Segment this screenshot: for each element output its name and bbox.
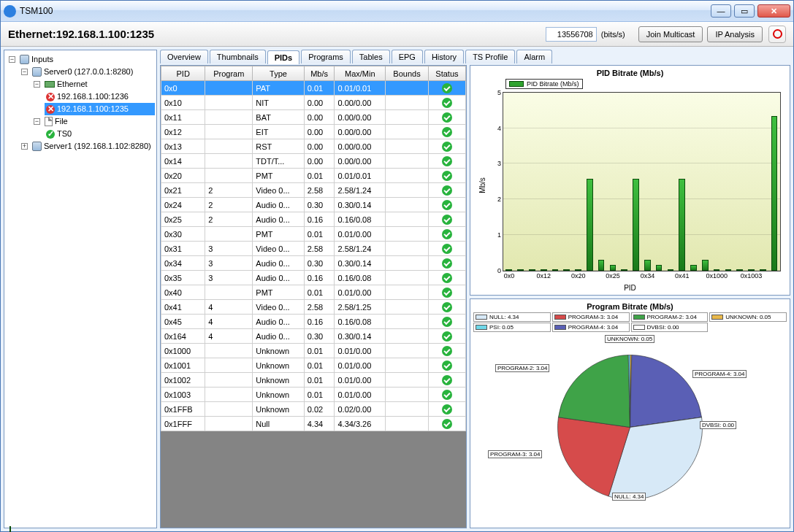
table-row[interactable]: 0x20PMT0.010.01/0.01 bbox=[161, 169, 466, 183]
table-row[interactable]: 0x343Audio 0...0.300.30/0.14 bbox=[161, 256, 466, 271]
table-row[interactable]: 0x1644Audio 0...0.300.30/0.14 bbox=[161, 329, 466, 344]
tree-server1[interactable]: +Server1 (192.168.1.102:8280) bbox=[20, 140, 155, 153]
table-row[interactable]: 0x30PMT0.010.01/0.00 bbox=[161, 227, 466, 242]
tab-alarm[interactable]: Alarm bbox=[516, 50, 552, 63]
cell-mm: 0.30/0.14 bbox=[335, 256, 386, 271]
minimize-button[interactable]: — bbox=[711, 4, 731, 18]
titlebar[interactable]: TSM100 — ▭ ✕ bbox=[1, 1, 793, 22]
tab-epg[interactable]: EPG bbox=[392, 50, 423, 63]
table-row[interactable]: 0x212Video 0...2.582.58/1.24 bbox=[161, 183, 466, 198]
bar bbox=[505, 269, 512, 271]
cell-mbs: 2.58 bbox=[304, 183, 335, 198]
table-row[interactable]: 0x1002Unknown0.010.01/0.00 bbox=[161, 373, 466, 388]
column-header[interactable]: Mb/s bbox=[304, 66, 335, 81]
ip-analysis-button[interactable]: IP Analysis bbox=[707, 26, 763, 42]
table-row[interactable]: 0x353Audio 0...0.160.16/0.08 bbox=[161, 271, 466, 285]
pid-table[interactable]: PIDProgramTypeMb/sMax/MinBoundsStatus 0x… bbox=[161, 66, 466, 431]
table-row[interactable]: 0x1FFBUnknown0.020.02/0.00 bbox=[161, 402, 466, 417]
tab-overview[interactable]: Overview bbox=[160, 50, 208, 63]
status-ok-icon bbox=[442, 361, 452, 371]
record-button[interactable] bbox=[768, 26, 786, 43]
table-row[interactable]: 0x454Audio 0...0.160.16/0.08 bbox=[161, 315, 466, 329]
tree-ts0[interactable]: ✓TS0 bbox=[45, 128, 155, 140]
tab-ts-profile[interactable]: TS Profile bbox=[465, 50, 515, 63]
tree-ethernet[interactable]: −Ethernet bbox=[32, 78, 155, 90]
collapse-icon[interactable]: − bbox=[34, 118, 40, 125]
bar bbox=[771, 116, 778, 270]
bar bbox=[702, 260, 709, 271]
table-row[interactable]: 0x242Audio 0...0.300.30/0.14 bbox=[161, 198, 466, 212]
join-multicast-button[interactable]: Join Multicast bbox=[638, 26, 703, 42]
status-ok-icon bbox=[442, 127, 452, 137]
maximize-button[interactable]: ▭ bbox=[734, 4, 755, 18]
tree-root[interactable]: −Inputs bbox=[7, 53, 155, 66]
table-row[interactable]: 0x11BAT0.000.00/0.00 bbox=[161, 110, 466, 125]
cell-type: RST bbox=[253, 139, 304, 154]
tree-server0[interactable]: −Server0 (127.0.0.1:8280) bbox=[20, 66, 155, 78]
cell-type: PMT bbox=[253, 285, 304, 300]
pie-annotation: DVBSI: 0.00 bbox=[700, 421, 736, 429]
table-row[interactable]: 0x1000Unknown0.010.01/0.00 bbox=[161, 344, 466, 358]
column-header[interactable]: Status bbox=[428, 66, 465, 81]
table-row[interactable]: 0x414Video 0...2.582.58/1.25 bbox=[161, 300, 466, 315]
cell-status bbox=[428, 417, 465, 431]
table-row[interactable]: 0x313Video 0...2.582.58/1.24 bbox=[161, 242, 466, 256]
bitrate-input[interactable] bbox=[546, 27, 597, 42]
tab-thumbnails[interactable]: Thumbnails bbox=[210, 50, 266, 63]
cell-pid: 0x164 bbox=[161, 329, 205, 344]
cell-type: Null bbox=[253, 417, 304, 431]
cell-status bbox=[428, 96, 465, 110]
table-row[interactable]: 0x12EIT0.000.00/0.00 bbox=[161, 125, 466, 139]
bar bbox=[598, 260, 605, 271]
tab-strip: OverviewThumbnailsPIDsProgramsTablesEPGH… bbox=[160, 50, 790, 63]
cell-mbs: 0.01 bbox=[304, 373, 335, 388]
tree-stream-selected[interactable]: ✕192.168.1.100:1235 bbox=[45, 103, 155, 115]
table-row[interactable]: 0x40PMT0.010.01/0.00 bbox=[161, 285, 466, 300]
table-row[interactable]: 0x1001Unknown0.010.01/0.00 bbox=[161, 358, 466, 373]
bar bbox=[656, 265, 663, 271]
column-header[interactable]: Max/Min bbox=[335, 66, 386, 81]
legend-item: PROGRAM-4: 3.04 bbox=[552, 323, 630, 332]
cell-mm: 0.00/0.00 bbox=[335, 125, 386, 139]
tab-tables[interactable]: Tables bbox=[352, 50, 390, 63]
table-row[interactable]: 0x10NIT0.000.00/0.00 bbox=[161, 96, 466, 110]
cell-status bbox=[428, 271, 465, 285]
column-header[interactable]: Type bbox=[253, 66, 304, 81]
cell-mm: 0.01/0.00 bbox=[335, 358, 386, 373]
table-row[interactable]: 0x1FFFNull4.344.34/3.26 bbox=[161, 417, 466, 431]
close-button[interactable]: ✕ bbox=[757, 4, 790, 18]
cell-prog bbox=[205, 139, 253, 154]
table-row[interactable]: 0x1003Unknown0.010.01/0.00 bbox=[161, 388, 466, 402]
cell-prog bbox=[205, 96, 253, 110]
cell-bounds bbox=[386, 96, 429, 110]
cell-prog bbox=[205, 402, 253, 417]
tree-file[interactable]: −File bbox=[32, 115, 155, 128]
table-row[interactable]: 0x252Audio 0...0.160.16/0.08 bbox=[161, 212, 466, 227]
cell-type: Unknown bbox=[253, 402, 304, 417]
column-header[interactable]: Program bbox=[205, 66, 253, 81]
cell-prog bbox=[205, 227, 253, 242]
cell-prog: 2 bbox=[205, 198, 253, 212]
collapse-icon[interactable]: − bbox=[34, 81, 40, 88]
cell-mm: 0.01/0.00 bbox=[335, 388, 386, 402]
collapse-icon[interactable]: − bbox=[21, 69, 28, 75]
cell-bounds bbox=[386, 285, 429, 300]
cell-pid: 0x20 bbox=[161, 169, 205, 183]
tab-history[interactable]: History bbox=[424, 50, 464, 63]
cell-mbs: 0.02 bbox=[304, 402, 335, 417]
status-ok-icon bbox=[442, 112, 452, 123]
table-row[interactable]: 0x14TDT/T...0.000.00/0.00 bbox=[161, 154, 466, 169]
table-row[interactable]: 0x0PAT0.010.01/0.01 bbox=[161, 81, 466, 96]
expand-icon[interactable]: + bbox=[21, 143, 28, 150]
cell-bounds bbox=[386, 417, 429, 431]
table-row[interactable]: 0x13RST0.000.00/0.00 bbox=[161, 139, 466, 154]
cell-status bbox=[428, 139, 465, 154]
collapse-icon[interactable]: − bbox=[9, 56, 15, 63]
tab-pids[interactable]: PIDs bbox=[267, 50, 299, 64]
cell-type: EIT bbox=[253, 125, 304, 139]
inputs-tree[interactable]: −Inputs −Server0 (127.0.0.1:8280) −Ether… bbox=[4, 50, 157, 528]
column-header[interactable]: Bounds bbox=[386, 66, 429, 81]
column-header[interactable]: PID bbox=[161, 66, 205, 81]
tree-stream-error[interactable]: ✕192.168.1.100:1236 bbox=[45, 90, 155, 103]
tab-programs[interactable]: Programs bbox=[301, 50, 351, 63]
